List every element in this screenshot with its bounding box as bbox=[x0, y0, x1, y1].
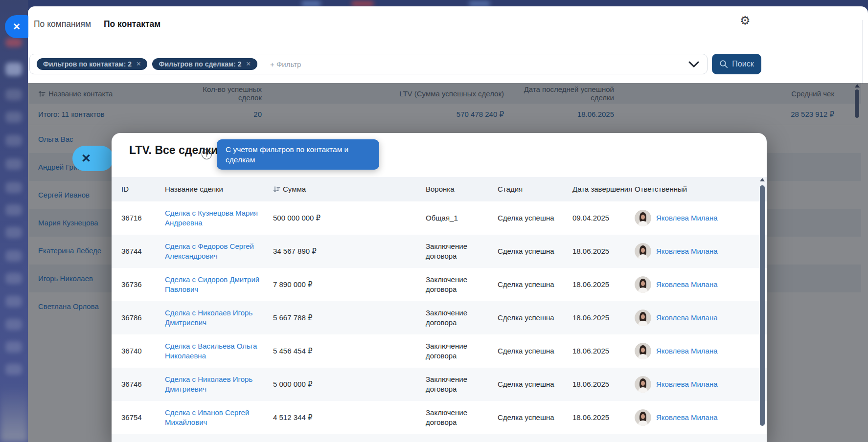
column-stage[interactable]: Стадия bbox=[498, 184, 572, 194]
deal-close-date: 18.06.2025 bbox=[572, 246, 635, 256]
table-row: 36746 Сделка с Николаев Игорь Дмитриевич… bbox=[112, 368, 767, 401]
sidebar-bottom-glow bbox=[0, 386, 28, 442]
remove-filter-icon[interactable]: ✕ bbox=[136, 61, 141, 67]
sidebar-icon-blur bbox=[5, 250, 22, 262]
column-funnel[interactable]: Воронка bbox=[426, 184, 498, 194]
slideover-close-button[interactable]: ✕ bbox=[5, 15, 28, 38]
deal-close-date: 09.04.2025 bbox=[572, 213, 635, 223]
filter-chip-contacts[interactable]: Фильтров по контактам: 2 ✕ bbox=[37, 58, 147, 70]
owner-link[interactable]: Яковлева Милана bbox=[656, 346, 718, 356]
column-owner[interactable]: Ответственный bbox=[635, 184, 767, 194]
search-button[interactable]: Поиск bbox=[712, 54, 761, 74]
deals-rows: 36716 Сделка с Кузнецова Мария Андреевна… bbox=[112, 201, 767, 434]
deal-link[interactable]: Сделка с Кузнецова Мария Андреевна bbox=[165, 209, 258, 227]
table-row-partial bbox=[112, 434, 767, 442]
table-row: 36744 Сделка с Федоров Сергей Александро… bbox=[112, 235, 767, 268]
modal-header: LTV. Все сделки ? С учетом фильтров по к… bbox=[112, 133, 767, 177]
deal-stage: Сделка успешна bbox=[498, 213, 572, 223]
sort-desc-icon bbox=[273, 186, 280, 193]
modal-close-button[interactable]: ✕ bbox=[72, 146, 114, 171]
deal-amount: 7 890 000 ₽ bbox=[273, 280, 426, 289]
deal-id: 36744 bbox=[112, 246, 165, 256]
owner-link[interactable]: Яковлева Милана bbox=[656, 379, 718, 389]
search-button-label: Поиск bbox=[732, 60, 754, 68]
sidebar-icon-blur bbox=[5, 319, 22, 330]
filter-chip-label: Фильтров по контактам: 2 bbox=[43, 60, 132, 68]
column-label: Сумма bbox=[283, 184, 306, 194]
scroll-up-icon[interactable] bbox=[760, 178, 765, 181]
column-amount[interactable]: Сумма bbox=[273, 184, 426, 194]
deal-close-date: 18.06.2025 bbox=[572, 413, 635, 422]
table-row: 36786 Сделка с Николаев Игорь Дмитриевич… bbox=[112, 301, 767, 334]
owner-link[interactable]: Яковлева Милана bbox=[656, 313, 718, 323]
deal-link[interactable]: Сделка с Федоров Сергей Александрович bbox=[165, 242, 254, 260]
close-icon: ✕ bbox=[81, 153, 91, 164]
deal-link[interactable]: Сделка с Иванов Сергей Михайлович bbox=[165, 408, 249, 426]
scrollbar-thumb[interactable] bbox=[855, 89, 859, 118]
gear-icon[interactable]: ⚙ bbox=[740, 15, 751, 26]
deal-amount: 5 456 454 ₽ bbox=[273, 346, 426, 356]
add-filter-button[interactable]: + Фильтр bbox=[270, 60, 301, 68]
deal-link[interactable]: Сделка с Николаев Игорь Дмитриевич bbox=[165, 375, 252, 393]
deal-stage: Сделка успешна bbox=[498, 246, 572, 256]
search-icon bbox=[719, 60, 728, 68]
table-scrollbar[interactable] bbox=[854, 84, 860, 118]
chevron-down-icon[interactable] bbox=[688, 61, 699, 67]
deal-amount: 4 512 344 ₽ bbox=[273, 413, 426, 422]
owner-link[interactable]: Яковлева Милана bbox=[656, 280, 718, 289]
avatar bbox=[635, 309, 651, 326]
deal-stage: Сделка успешна bbox=[498, 280, 572, 289]
avatar bbox=[635, 343, 651, 359]
deal-close-date: 18.06.2025 bbox=[572, 379, 635, 389]
deal-close-date: 18.06.2025 bbox=[572, 313, 635, 323]
ltv-deals-modal: LTV. Все сделки ? С учетом фильтров по к… bbox=[112, 133, 767, 442]
table-row: 36740 Сделка с Васильева Ольга Николаевн… bbox=[112, 334, 767, 368]
deal-id: 36736 bbox=[112, 280, 165, 289]
sidebar-icon-blur bbox=[5, 89, 22, 100]
sidebar-icon-blur bbox=[5, 273, 22, 284]
deal-id: 36740 bbox=[112, 346, 165, 356]
table-row: 36716 Сделка с Кузнецова Мария Андреевна… bbox=[112, 201, 767, 235]
column-close-date[interactable]: Дата завершения bbox=[572, 184, 635, 194]
deal-stage: Сделка успешна bbox=[498, 379, 572, 389]
sidebar bbox=[0, 0, 28, 442]
close-icon: ✕ bbox=[13, 22, 21, 31]
sidebar-icon-blur bbox=[5, 158, 22, 170]
table-row: 36754 Сделка с Иванов Сергей Михайлович … bbox=[112, 401, 767, 434]
deal-funnel: Заключение договора bbox=[426, 375, 498, 395]
remove-filter-icon[interactable]: ✕ bbox=[246, 61, 251, 67]
app-root: ✕ По компаниям По контактам ⚙ Фильтров п… bbox=[0, 0, 868, 442]
column-deal-name[interactable]: Название сделки bbox=[165, 184, 273, 194]
filter-chip-deals[interactable]: Фильтров по сделкам: 2 ✕ bbox=[152, 58, 257, 70]
deal-id: 36754 bbox=[112, 413, 165, 422]
deal-stage: Сделка успешна bbox=[498, 413, 572, 422]
background-blur-blob bbox=[351, 1, 374, 6]
avatar bbox=[635, 243, 651, 260]
sidebar-icon-blur bbox=[5, 364, 22, 375]
deal-funnel: Заключение договора bbox=[426, 308, 498, 328]
filter-bar: Фильтров по контактам: 2 ✕ Фильтров по с… bbox=[29, 54, 708, 74]
deal-link[interactable]: Сделка с Сидоров Дмитрий Павлович bbox=[165, 275, 259, 293]
table-row: 36736 Сделка с Сидоров Дмитрий Павлович … bbox=[112, 268, 767, 301]
owner-link[interactable]: Яковлева Милана bbox=[656, 246, 718, 256]
column-id[interactable]: ID bbox=[112, 184, 165, 194]
deal-link[interactable]: Сделка с Николаев Игорь Дмитриевич bbox=[165, 309, 252, 327]
help-icon[interactable]: ? bbox=[202, 149, 212, 159]
deal-amount: 5 000 000 ₽ bbox=[273, 379, 426, 389]
report-tabs: По компаниям По контактам bbox=[33, 17, 161, 31]
tab-by-companies[interactable]: По компаниям bbox=[33, 17, 92, 31]
avatar bbox=[635, 276, 651, 293]
tab-by-contacts[interactable]: По контактам bbox=[103, 17, 161, 31]
deal-link[interactable]: Сделка с Васильева Ольга Николаевна bbox=[165, 342, 257, 360]
deal-funnel: Заключение договора bbox=[426, 242, 498, 262]
filter-chip-label: Фильтров по сделкам: 2 bbox=[159, 60, 241, 68]
deal-stage: Сделка успешна bbox=[498, 313, 572, 323]
owner-link[interactable]: Яковлева Милана bbox=[656, 413, 718, 422]
sidebar-icon-blur bbox=[5, 63, 22, 76]
scrollbar-thumb[interactable] bbox=[760, 185, 765, 426]
deal-funnel: Общая_1 bbox=[426, 213, 498, 223]
modal-scrollbar[interactable] bbox=[759, 178, 765, 441]
deals-table-header: ID Название сделки Сумма Воронка Стадия … bbox=[112, 177, 767, 201]
owner-link[interactable]: Яковлева Милана bbox=[656, 213, 718, 223]
scroll-up-icon[interactable] bbox=[855, 84, 860, 88]
